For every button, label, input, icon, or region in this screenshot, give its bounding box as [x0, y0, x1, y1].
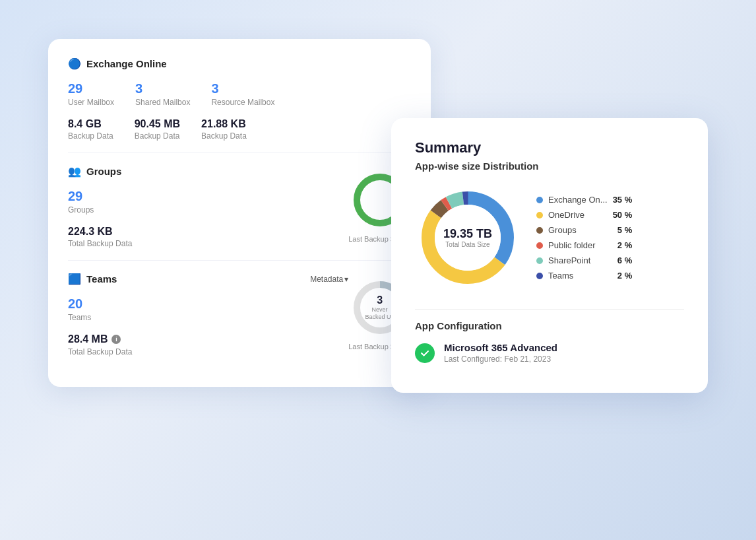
user-mailbox-label: User Mailbox — [68, 98, 114, 107]
exchange-backup-value-3: 21.88 KB — [201, 118, 247, 130]
legend-dot-sharepoint — [536, 257, 543, 264]
divider — [415, 309, 684, 310]
legend-dot-groups — [536, 227, 543, 234]
distribution-section: 19.35 TB Total Data Size Exchange On... … — [415, 185, 684, 290]
exchange-backup-label-1: Backup Data — [68, 131, 113, 141]
distribution-legend: Exchange On... 35 % OneDrive 50 % Groups… — [536, 195, 632, 281]
legend-pct-teams: 2 % — [617, 271, 632, 281]
legend-groups: Groups 5 % — [536, 225, 632, 235]
legend-pct-groups: 5 % — [617, 225, 632, 235]
teams-count-label: Teams — [68, 313, 91, 322]
legend-name-teams: Teams — [548, 271, 612, 281]
metadata-button[interactable]: Metadata ▾ — [310, 275, 348, 284]
shared-mailbox-metric: 3 Shared Mailbox — [135, 81, 190, 107]
user-mailbox-metric: 29 User Mailbox — [68, 81, 114, 107]
groups-backup-label: Total Backup Data — [68, 239, 132, 248]
summary-title: Summary — [415, 139, 684, 156]
donut-total-value: 19.35 TB — [443, 227, 492, 241]
legend-dot-exchange — [536, 197, 543, 203]
legend-pct-exchange: 35 % — [613, 195, 633, 205]
legend-pct-public-folder: 2 % — [617, 240, 632, 250]
teams-icon: 🟦 — [68, 273, 81, 285]
legend-pct-onedrive: 50 % — [613, 210, 633, 220]
legend-dot-teams — [536, 273, 543, 279]
config-info: Microsoft 365 Advanced Last Configured: … — [444, 342, 557, 364]
exchange-metrics-top: 29 User Mailbox 3 Shared Mailbox 3 Resou… — [68, 81, 411, 107]
teams-title: Teams — [86, 273, 117, 285]
shared-mailbox-value: 3 — [135, 81, 190, 96]
legend-name-exchange: Exchange On... — [548, 195, 608, 205]
main-donut-wrapper: 19.35 TB Total Data Size — [415, 185, 520, 290]
legend-exchange: Exchange On... 35 % — [536, 195, 632, 205]
donut-center: 19.35 TB Total Data Size — [443, 227, 492, 248]
back-card: 🔵 Exchange Online 29 User Mailbox 3 Shar… — [48, 39, 431, 387]
groups-metrics: 29 Groups — [68, 188, 348, 215]
legend-pct-sharepoint: 6 % — [617, 255, 632, 265]
donut-total-label: Total Data Size — [443, 241, 492, 248]
exchange-icon: 🔵 — [68, 57, 81, 70]
legend-onedrive: OneDrive 50 % — [536, 210, 632, 220]
groups-icon: 👥 — [68, 165, 81, 178]
groups-backup-value: 224.3 KB — [68, 225, 132, 238]
teams-section: 🟦 Teams Metadata ▾ 20 Teams — [68, 273, 411, 368]
info-icon: i — [111, 335, 121, 344]
exchange-backup-value-2: 90.45 MB — [135, 118, 180, 130]
exchange-title: Exchange Online — [86, 58, 167, 69]
groups-title: Groups — [86, 166, 121, 177]
exchange-backup-2: 90.45 MB Backup Data — [135, 118, 180, 141]
exchange-metrics-bottom: 8.4 GB Backup Data 90.45 MB Backup Data … — [68, 118, 411, 141]
legend-teams: Teams 2 % — [536, 271, 632, 281]
exchange-backup-label-2: Backup Data — [135, 131, 180, 141]
config-item: Microsoft 365 Advanced Last Configured: … — [415, 342, 684, 372]
legend-name-public-folder: Public folder — [548, 240, 612, 250]
exchange-backup-value-1: 8.4 GB — [68, 118, 113, 130]
check-circle-icon — [415, 343, 435, 363]
exchange-section: 🔵 Exchange Online 29 User Mailbox 3 Shar… — [68, 57, 411, 153]
legend-dot-public-folder — [536, 242, 543, 249]
app-config-title: App Configuration — [415, 320, 684, 331]
legend-dot-onedrive — [536, 212, 543, 219]
config-name: Microsoft 365 Advanced — [444, 342, 557, 353]
exchange-backup-3: 21.88 KB Backup Data — [201, 118, 247, 141]
groups-section: 👥 Groups 29 Groups 224.3 KB Total Backup… — [68, 165, 411, 261]
front-card: Summary App-wise size Distribution — [391, 118, 708, 393]
teams-donut-sub: NeverBacked Up — [365, 307, 394, 321]
config-date: Last Configured: Feb 21, 2023 — [444, 354, 557, 364]
groups-count-label: Groups — [68, 205, 94, 215]
legend-name-onedrive: OneDrive — [548, 210, 608, 220]
legend-name-sharepoint: SharePoint — [548, 255, 612, 265]
shared-mailbox-label: Shared Mailbox — [135, 98, 190, 107]
teams-metrics-top: 20 Teams — [68, 296, 348, 322]
teams-donut-center: 3 — [365, 295, 394, 307]
teams-backup-label: Total Backup Data — [68, 347, 132, 356]
checkmark-icon — [420, 348, 430, 358]
distribution-title: App-wise size Distribution — [415, 160, 684, 172]
teams-backup-value: 28.4 MB — [68, 333, 108, 345]
groups-count: 29 — [68, 188, 94, 204]
resource-mailbox-value: 3 — [211, 81, 274, 96]
legend-name-groups: Groups — [548, 225, 612, 235]
legend-public-folder: Public folder 2 % — [536, 240, 632, 250]
resource-mailbox-label: Resource Mailbox — [211, 98, 274, 107]
resource-mailbox-metric: 3 Resource Mailbox — [211, 81, 274, 107]
teams-count: 20 — [68, 296, 91, 312]
user-mailbox-value: 29 — [68, 81, 114, 96]
exchange-backup-label-3: Backup Data — [201, 131, 247, 141]
exchange-backup-1: 8.4 GB Backup Data — [68, 118, 113, 141]
legend-sharepoint: SharePoint 6 % — [536, 255, 632, 265]
